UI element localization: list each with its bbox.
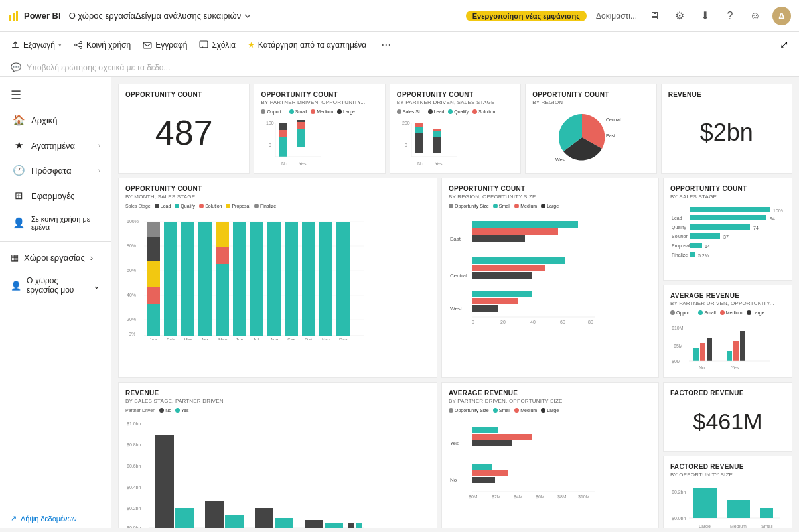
- myworkspace-icon: 👤: [11, 281, 21, 291]
- svg-rect-118: [700, 343, 705, 361]
- opp-count-title: Opportunity Count: [125, 91, 242, 98]
- annotate-button[interactable]: Σχόλια: [199, 40, 235, 50]
- svg-rect-103: [690, 224, 750, 230]
- sidebar-label-recent: Πρόσφατα: [31, 166, 71, 176]
- sidebar-item-home[interactable]: 🏠 Αρχική: [0, 107, 111, 133]
- qa-icon: 💬: [11, 62, 21, 72]
- svg-rect-149: [472, 427, 498, 433]
- svg-rect-133: [155, 435, 174, 528]
- revenue-title: Revenue: [668, 91, 785, 98]
- opp-count-value: 487: [125, 100, 242, 166]
- topbar: Power BI Ο χώρος εργασίαΔείγμα ανάλυσης …: [0, 0, 799, 32]
- svg-text:Lead: Lead: [672, 216, 682, 220]
- svg-text:$0.2bn: $0.2bn: [672, 490, 686, 494]
- sidebar-item-recent[interactable]: 🕐 Πρόσφατα ›: [0, 158, 111, 183]
- workspaces-icon: ▦: [11, 253, 19, 263]
- opp-by-region-size-card[interactable]: Opportunity Count BY REGION, OPPORTUNITY…: [441, 178, 659, 378]
- revenue-sales-subtitle: BY SALES STAGE, PARTNER DRIVEN: [125, 398, 430, 404]
- svg-text:37: 37: [723, 235, 729, 239]
- sidebar-item-favorites[interactable]: ★ Αγαπημένα ›: [0, 133, 111, 158]
- opp-by-region-card[interactable]: Opportunity Count BY REGION Cen: [525, 84, 656, 174]
- row-2: Opportunity Count BY MONTH, SALES STAGE …: [118, 178, 792, 378]
- chevron-right-icon: ›: [98, 142, 100, 149]
- toggle-badge[interactable]: Ενεργοποίηση νέας εμφάνισης: [466, 11, 587, 21]
- svg-rect-89: [472, 298, 518, 304]
- revenue-value: $2bn: [668, 100, 785, 166]
- svg-rect-2: [16, 11, 18, 21]
- svg-text:80%: 80%: [127, 243, 136, 248]
- fullscreen-icon[interactable]: ⤢: [780, 38, 788, 51]
- avatar[interactable]: Δ: [772, 7, 791, 25]
- monitor-icon[interactable]: 🖥: [646, 8, 662, 24]
- share-button[interactable]: Κοινή χρήση: [74, 40, 131, 50]
- svg-rect-142: [356, 523, 362, 528]
- feedback-icon[interactable]: ☺: [747, 8, 763, 24]
- svg-text:$8M: $8M: [557, 494, 567, 499]
- shared-icon: 👤: [13, 217, 25, 229]
- sidebar-item-apps[interactable]: ⊞ Εφαρμογές: [0, 183, 111, 208]
- home-icon: 🏠: [13, 114, 25, 126]
- svg-rect-90: [472, 305, 498, 312]
- qa-placeholder[interactable]: Υποβολή ερώτησης σχετικά με τα δεδο...: [27, 63, 171, 72]
- svg-text:14: 14: [705, 244, 710, 249]
- opp-by-salesstage-right-card[interactable]: Opportunity Count BY SALES STAGE 100% Le…: [663, 178, 792, 281]
- avg-revenue-right-card[interactable]: Average Revenue BY PARTNER DRIVEN, OPPOR…: [663, 285, 792, 378]
- opp-partner-title: Opportunity Count: [261, 91, 378, 98]
- svg-text:$0M: $0M: [469, 494, 478, 499]
- settings-icon[interactable]: ⚙: [672, 8, 688, 24]
- opp-by-partner-card[interactable]: Opportunity Count BY PARTNER DRIVEN, OPP…: [254, 84, 385, 174]
- svg-rect-112: [690, 252, 695, 257]
- factored-revenue-bysize-card[interactable]: Factored Revenue BY OPPORTUNITY SIZE $0.…: [663, 456, 792, 528]
- export-icon: [11, 40, 20, 50]
- svg-rect-54: [164, 222, 177, 336]
- sidebar-workspaces[interactable]: ▦ Χώροι εργασίας ›: [0, 246, 111, 269]
- hamburger-button[interactable]: ☰: [0, 82, 111, 107]
- help-icon[interactable]: ?: [722, 8, 738, 24]
- favorites-icon: ★: [13, 139, 25, 151]
- svg-point-3: [80, 41, 82, 43]
- svg-text:20: 20: [500, 320, 506, 324]
- revenue-by-sales-card[interactable]: Revenue BY SALES STAGE, PARTNER DRIVEN P…: [118, 382, 437, 528]
- dashboard: Opportunity Count 487 Opportunity Count …: [111, 77, 799, 528]
- svg-rect-155: [472, 477, 495, 483]
- svg-rect-139: [305, 520, 323, 528]
- get-data-label: Λήψη δεδομένων: [21, 515, 77, 523]
- opp-salesstage-title: Opportunity Count: [397, 91, 514, 98]
- chevron-down-icon: ⌄: [93, 281, 100, 291]
- svg-rect-168: [760, 508, 773, 518]
- svg-text:60: 60: [560, 320, 565, 324]
- svg-text:No: No: [281, 161, 287, 166]
- subscribe-button[interactable]: Εγγραφή: [143, 40, 187, 50]
- more-button[interactable]: ···: [381, 38, 391, 52]
- avg-revenue-right-subtitle: BY PARTNER DRIVEN, OPPORTUNITY...: [670, 300, 785, 306]
- svg-text:0%: 0%: [129, 332, 135, 336]
- right-col-row3: Factored Revenue $461M Factored Revenue …: [663, 382, 792, 528]
- sidebar-myworkspace[interactable]: 👤 Ο χώρος εργασίας μου ⌄: [0, 269, 111, 301]
- avg-revenue-right-title: Average Revenue: [670, 292, 785, 299]
- factored-revenue-card[interactable]: Factored Revenue $461M: [663, 382, 792, 452]
- svg-text:5.2%: 5.2%: [698, 253, 709, 258]
- opp-by-month-card[interactable]: Opportunity Count BY MONTH, SALES STAGE …: [118, 178, 437, 378]
- get-data-button[interactable]: ↗ Λήψη δεδομένων: [0, 509, 111, 528]
- svg-text:No: No: [450, 477, 457, 483]
- annotate-icon: [199, 40, 208, 50]
- dropdown-icon[interactable]: [244, 12, 252, 20]
- opp-salesstage-legend: Sales St... Lead Qualify Solution: [397, 109, 514, 114]
- opp-count-card[interactable]: Opportunity Count 487: [118, 84, 250, 174]
- opp-salesstage-chart: 200 0 No Yes: [397, 117, 496, 166]
- export-button[interactable]: Εξαγωγή ▾: [11, 40, 62, 50]
- opp-by-salesstage-card[interactable]: Opportunity Count BY PARTNER DRIVEN, SAL…: [390, 84, 521, 174]
- svg-rect-138: [275, 518, 293, 528]
- revenue-card[interactable]: Revenue $2bn: [661, 84, 792, 174]
- svg-rect-86: [472, 272, 532, 279]
- svg-text:Yes: Yes: [731, 366, 739, 370]
- favorite-button[interactable]: ★ Κατάργηση από τα αγαπημένα: [248, 40, 366, 50]
- avg-revenue-card[interactable]: Average Revenue BY PARTNER DRIVEN, OPPOR…: [441, 382, 659, 528]
- download-icon[interactable]: ⬇: [697, 8, 713, 24]
- svg-rect-153: [472, 464, 492, 470]
- opp-region-pie: Central East West: [532, 109, 649, 166]
- svg-rect-137: [255, 508, 273, 528]
- svg-line-7: [77, 45, 80, 46]
- sidebar-item-shared[interactable]: 👤 Σε κοινή χρήση με εμένα: [0, 208, 111, 237]
- svg-rect-15: [297, 129, 305, 147]
